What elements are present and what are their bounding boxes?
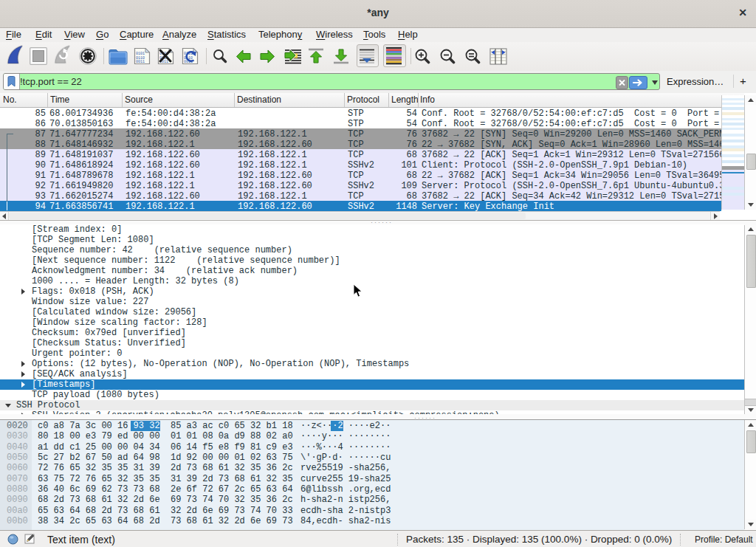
svg-text:0011: 0011 xyxy=(136,60,145,64)
